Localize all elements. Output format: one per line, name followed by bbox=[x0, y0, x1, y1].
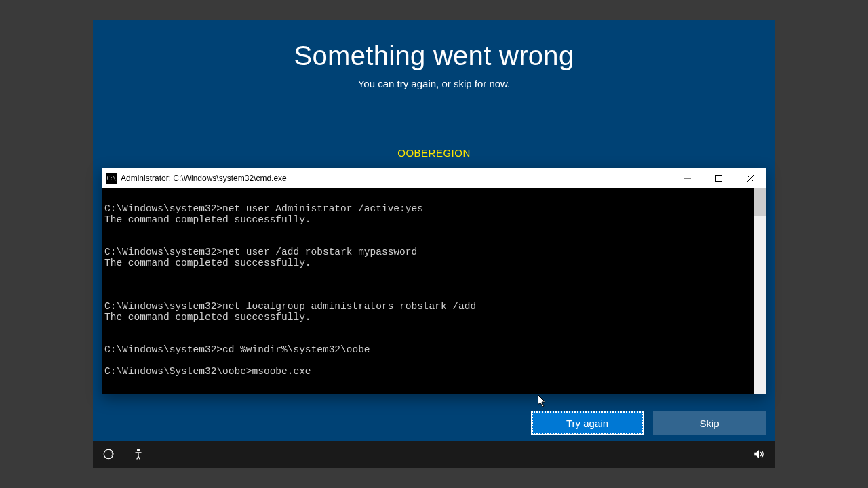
accessibility-icon[interactable] bbox=[132, 448, 144, 460]
cmd-output[interactable]: C:\Windows\system32>net user Administrat… bbox=[102, 188, 754, 394]
cmd-scroll-thumb[interactable] bbox=[754, 188, 766, 216]
cmd-titlebar[interactable]: C:\ Administrator: C:\Windows\system32\c… bbox=[102, 168, 766, 188]
oobe-error-screen: Something went wrong You can try again, … bbox=[93, 20, 775, 468]
mouse-cursor bbox=[538, 394, 547, 408]
svg-marker-7 bbox=[538, 394, 545, 407]
ease-of-access-icon[interactable] bbox=[102, 448, 115, 460]
cmd-app-icon: C:\ bbox=[106, 173, 117, 184]
try-again-button[interactable]: Try again bbox=[531, 411, 644, 435]
maximize-button[interactable] bbox=[703, 168, 734, 188]
page-title: Something went wrong bbox=[93, 41, 775, 71]
cmd-window-title: Administrator: C:\Windows\system32\cmd.e… bbox=[121, 174, 672, 183]
cmd-scrollbar[interactable] bbox=[754, 188, 766, 394]
cmd-window[interactable]: C:\ Administrator: C:\Windows\system32\c… bbox=[102, 168, 766, 394]
svg-rect-1 bbox=[716, 176, 722, 182]
svg-marker-6 bbox=[754, 450, 759, 458]
svg-point-5 bbox=[138, 449, 140, 451]
close-button[interactable] bbox=[734, 168, 766, 188]
oobe-region-label: OOBEREGION bbox=[93, 147, 775, 159]
page-subtitle: You can try again, or skip for now. bbox=[93, 78, 775, 89]
skip-button[interactable]: Skip bbox=[653, 411, 766, 435]
oobe-taskbar bbox=[93, 441, 775, 468]
volume-icon[interactable] bbox=[752, 448, 766, 460]
minimize-button[interactable] bbox=[672, 168, 703, 188]
